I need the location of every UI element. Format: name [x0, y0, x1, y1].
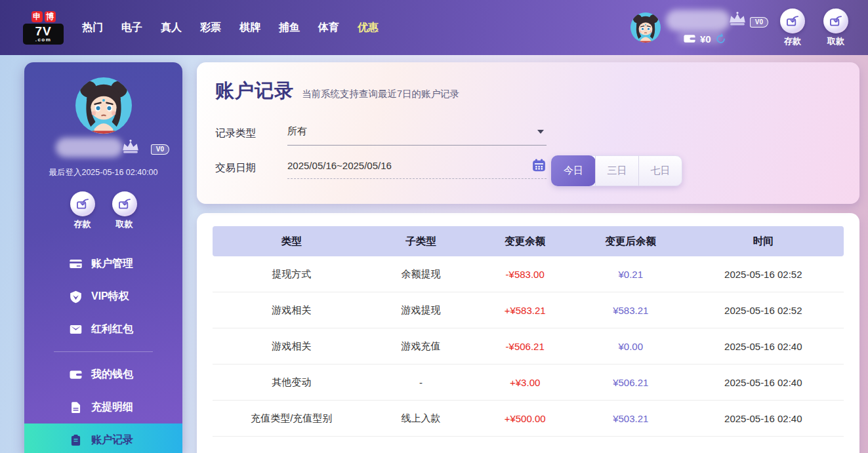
- red-envelope-icon: [69, 323, 83, 336]
- table-header-row: 类型 子类型 变更余额 变更后余额 时间: [213, 226, 844, 256]
- sidebar-item-deposit-withdraw-details[interactable]: 充提明细: [24, 391, 182, 423]
- main-nav: 热门 电子 真人 彩票 棋牌 捕鱼 体育 优惠: [82, 21, 379, 35]
- user-cluster: V0 ¥0 存款 取款: [630, 9, 848, 47]
- sidebar-item-label: VIP特权: [91, 290, 129, 304]
- record-type-label: 记录类型: [215, 125, 287, 140]
- range-button-group: 今日 三日 七日: [551, 155, 682, 186]
- title-row: 账户记录 当前系统支持查询最近7日的账户记录: [215, 78, 841, 104]
- date-range-value: 2025/05/16~2025/05/16: [287, 160, 392, 171]
- profile-vip-crown-icon: [121, 139, 140, 155]
- table-row: 游戏相关 游戏充值 -¥506.21 ¥0.00 2025-05-16 02:4…: [213, 328, 844, 364]
- cell-change: +¥3.00: [471, 377, 579, 388]
- header-change: 变更余额: [471, 235, 579, 248]
- page-title: 账户记录: [215, 78, 294, 104]
- document-icon: [69, 401, 83, 414]
- calendar-icon[interactable]: [531, 158, 547, 173]
- sidebar-item-account-management[interactable]: 账户管理: [24, 247, 182, 280]
- deposit-button[interactable]: 存款: [780, 9, 805, 47]
- profile-vip-level-badge: V0: [151, 144, 169, 155]
- table-row: 充值类型/充值型别 线上入款 +¥500.00 ¥503.21 2025-05-…: [213, 401, 844, 437]
- bank-card-icon: [69, 257, 83, 271]
- chevron-down-icon: [537, 130, 544, 134]
- top-navbar: 申 博 7V .com 热门 电子 真人 彩票 棋牌 捕鱼 体育 优惠 V0: [0, 0, 868, 55]
- clipboard-icon: [69, 433, 83, 447]
- cell-type: 其他变动: [213, 376, 371, 389]
- page: 申 博 7V .com 热门 电子 真人 彩票 棋牌 捕鱼 体育 优惠 V0: [0, 0, 868, 453]
- cell-subtype: 线上入款: [371, 412, 472, 425]
- brand-suffix: .com: [26, 37, 61, 43]
- sidebar-item-account-records[interactable]: 账户记录: [24, 423, 182, 453]
- header-type: 类型: [213, 235, 371, 248]
- filters: 记录类型 所有 交易日期 2025/05/16~2025/05/16: [215, 125, 547, 179]
- sidebar-deposit-label: 存款: [74, 218, 91, 230]
- sidebar-withdraw-label: 取款: [116, 218, 133, 230]
- sidebar-item-my-wallet[interactable]: 我的钱包: [24, 358, 182, 391]
- sidebar-quick-actions: 存款 取款: [24, 191, 182, 230]
- brand-badge: 申 博: [23, 11, 64, 22]
- brand-logo[interactable]: 申 博 7V .com: [23, 11, 64, 45]
- table-row: 提现方式 余额提现 -¥583.00 ¥0.21 2025-05-16 02:5…: [213, 256, 844, 292]
- cell-subtype: 游戏提现: [371, 304, 472, 317]
- sidebar-item-label: 我的钱包: [91, 368, 133, 382]
- cell-subtype: -: [371, 377, 472, 388]
- record-type-select[interactable]: 所有: [287, 125, 547, 146]
- cell-time: 2025-05-16 02:40: [683, 377, 844, 388]
- withdraw-button[interactable]: 取款: [823, 9, 848, 47]
- cell-change: +¥500.00: [471, 413, 579, 424]
- nav-item-sports[interactable]: 体育: [318, 21, 339, 35]
- sidebar-item-vip-privilege[interactable]: VIP特权: [24, 280, 182, 313]
- cell-time: 2025-05-16 02:40: [683, 341, 844, 352]
- nav-item-promotions[interactable]: 优惠: [358, 21, 379, 35]
- range-seven-days-button[interactable]: 七日: [638, 156, 682, 186]
- main-content: 账户记录 当前系统支持查询最近7日的账户记录 记录类型 所有 交易日期 2025…: [197, 62, 859, 453]
- vip-level-badge: V0: [750, 17, 768, 28]
- range-today-button[interactable]: 今日: [551, 155, 596, 186]
- cell-after-balance: ¥506.21: [579, 377, 683, 388]
- profile-avatar[interactable]: [75, 77, 132, 134]
- brand-name: 7V: [26, 25, 61, 37]
- nav-item-lottery[interactable]: 彩票: [200, 21, 221, 35]
- vip-shield-icon: [69, 290, 83, 304]
- nav-item-hot[interactable]: 热门: [82, 21, 103, 35]
- nav-item-live[interactable]: 真人: [161, 21, 182, 35]
- date-range-input[interactable]: 2025/05/16~2025/05/16: [287, 160, 547, 179]
- cell-change: +¥583.21: [471, 305, 579, 316]
- range-three-days-button[interactable]: 三日: [595, 156, 638, 186]
- sidebar-menu: 账户管理 VIP特权 红利红包 我的钱包 充提明细 账户记录: [24, 247, 182, 453]
- deposit-card-icon: [785, 14, 800, 28]
- cell-type: 充值类型/充值型别: [213, 412, 371, 425]
- refresh-balance-icon[interactable]: [715, 33, 726, 45]
- wallet-icon: [69, 368, 83, 382]
- deposit-card-icon: [75, 197, 90, 211]
- cell-subtype: 游戏充值: [371, 340, 472, 353]
- cell-after-balance: ¥583.21: [579, 305, 683, 316]
- sidebar-item-bonus-redpacket[interactable]: 红利红包: [24, 313, 182, 345]
- cell-type: 游戏相关: [213, 340, 371, 353]
- cell-after-balance: ¥0.21: [579, 269, 683, 280]
- table-row: 游戏相关 游戏提现 +¥583.21 ¥583.21 2025-05-16 02…: [213, 292, 844, 328]
- sidebar-withdraw-button[interactable]: 取款: [112, 191, 137, 230]
- nav-item-fishing[interactable]: 捕鱼: [279, 21, 300, 35]
- withdraw-label: 取款: [827, 35, 844, 47]
- balance-row: ¥0: [683, 32, 726, 45]
- date-range-label: 交易日期: [215, 160, 287, 175]
- user-info: V0 ¥0: [666, 9, 766, 47]
- records-table-card: 类型 子类型 变更余额 变更后余额 时间 提现方式 余额提现 -¥583.00 …: [197, 213, 859, 453]
- profile-user-row: V0: [24, 136, 182, 160]
- nav-item-cards[interactable]: 棋牌: [239, 21, 260, 35]
- sidebar-deposit-button[interactable]: 存款: [70, 191, 95, 230]
- nav-item-slots[interactable]: 电子: [121, 21, 142, 35]
- username-blurred: [666, 10, 730, 31]
- user-avatar[interactable]: [630, 12, 661, 43]
- table-row: 其他变动 - +¥3.00 ¥506.21 2025-05-16 02:40: [213, 364, 844, 401]
- header-time: 时间: [683, 235, 844, 248]
- record-type-value: 所有: [287, 125, 307, 138]
- brand-badge-char-1: 申: [31, 11, 43, 22]
- page-subtitle: 当前系统支持查询最近7日的账户记录: [302, 88, 459, 100]
- cell-subtype: 余额提现: [371, 268, 472, 281]
- profile-username-blurred: [56, 138, 123, 157]
- sidebar: V0 最后登入2025-05-16 02:40:00 存款 取款 账户管理 VI…: [24, 62, 182, 453]
- cell-after-balance: ¥0.00: [579, 341, 683, 352]
- filter-card: 账户记录 当前系统支持查询最近7日的账户记录 记录类型 所有 交易日期 2025…: [197, 62, 859, 204]
- cell-type: 提现方式: [213, 268, 371, 281]
